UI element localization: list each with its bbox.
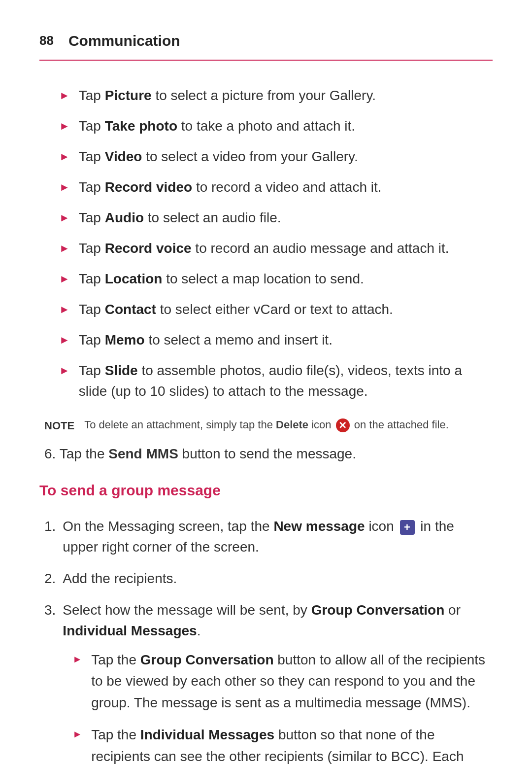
bullet-text-slide: Tap Slide to assemble photos, audio file… bbox=[79, 360, 493, 402]
bullet-text-video: Tap Video to select a video from your Ga… bbox=[79, 146, 358, 167]
attachment-options-list: ► Tap Picture to select a picture from y… bbox=[39, 85, 493, 402]
bullet-text-location: Tap Location to select a map location to… bbox=[79, 269, 364, 289]
list-item: ► Tap Record voice to record an audio me… bbox=[39, 238, 493, 259]
bullet-arrow-icon: ► bbox=[59, 87, 70, 104]
step-3: 3. Select how the message will be sent, … bbox=[39, 600, 493, 765]
sub-bullet-group-conversation: ► Tap the Group Conversation button to a… bbox=[72, 649, 493, 713]
bullet-arrow-icon: ► bbox=[59, 118, 70, 134]
step-6-num: 6. bbox=[44, 446, 60, 461]
bullet-arrow-icon: ► bbox=[59, 240, 70, 256]
list-item: ► Tap Memo to select a memo and insert i… bbox=[39, 330, 493, 350]
page-header: 88 Communication bbox=[39, 30, 493, 61]
list-item: ► Tap Take photo to take a photo and att… bbox=[39, 116, 493, 137]
sub-bullet-text-group: Tap the Group Conversation button to all… bbox=[91, 649, 493, 713]
bullet-text-take-photo: Tap Take photo to take a photo and attac… bbox=[79, 116, 355, 137]
group-message-steps: 1. On the Messaging screen, tap the New … bbox=[39, 516, 493, 765]
chapter-title: Communication bbox=[68, 30, 180, 52]
bullet-arrow-icon: ► bbox=[59, 271, 70, 287]
conversation-type-options: ► Tap the Group Conversation button to a… bbox=[72, 649, 493, 765]
bullet-arrow-icon: ► bbox=[59, 362, 70, 379]
section-heading-group-message: To send a group message bbox=[39, 479, 493, 501]
sub-bullet-arrow-icon: ► bbox=[72, 727, 82, 741]
bullet-text-memo: Tap Memo to select a memo and insert it. bbox=[79, 330, 332, 350]
list-item: ► Tap Contact to select either vCard or … bbox=[39, 299, 493, 320]
note-label: NOTE bbox=[44, 417, 74, 434]
list-item: ► Tap Picture to select a picture from y… bbox=[39, 85, 493, 106]
bullet-arrow-icon: ► bbox=[59, 209, 70, 226]
bullet-text-audio: Tap Audio to select an audio file. bbox=[79, 208, 281, 228]
note-delete-attachment: NOTE To delete an attachment, simply tap… bbox=[39, 417, 493, 434]
step-1: 1. On the Messaging screen, tap the New … bbox=[39, 516, 493, 557]
step-3-content: Select how the message will be sent, by … bbox=[63, 600, 493, 765]
step-2: 2. Add the recipients. bbox=[39, 568, 493, 589]
step-3-num: 3. bbox=[44, 600, 56, 621]
delete-icon: ✕ bbox=[336, 418, 350, 432]
step-6: 6. Tap the Send MMS button to send the m… bbox=[39, 444, 493, 464]
new-message-icon: + bbox=[400, 520, 415, 535]
list-item: ► Tap Record video to record a video and… bbox=[39, 177, 493, 198]
list-item: ► Tap Audio to select an audio file. bbox=[39, 208, 493, 228]
list-item: ► Tap Video to select a video from your … bbox=[39, 146, 493, 167]
bullet-arrow-icon: ► bbox=[59, 301, 70, 317]
step-1-content: On the Messaging screen, tap the New mes… bbox=[63, 516, 493, 557]
note-text: To delete an attachment, simply tap the … bbox=[84, 417, 449, 433]
sub-bullet-arrow-icon: ► bbox=[72, 652, 82, 666]
page-number: 88 bbox=[39, 31, 54, 50]
step-2-num: 2. bbox=[44, 568, 56, 589]
bullet-text-picture: Tap Picture to select a picture from you… bbox=[79, 85, 376, 106]
list-item: ► Tap Location to select a map location … bbox=[39, 269, 493, 289]
step-2-content: Add the recipients. bbox=[63, 568, 177, 589]
list-item: ► Tap Slide to assemble photos, audio fi… bbox=[39, 360, 493, 402]
page-container: 88 Communication ► Tap Picture to select… bbox=[0, 0, 532, 765]
bullet-arrow-icon: ► bbox=[59, 332, 70, 348]
bullet-arrow-icon: ► bbox=[59, 179, 70, 195]
sub-bullet-individual-messages: ► Tap the Individual Messages button so … bbox=[72, 724, 493, 765]
sub-bullet-text-individual: Tap the Individual Messages button so th… bbox=[91, 724, 493, 765]
bullet-text-record-video: Tap Record video to record a video and a… bbox=[79, 177, 382, 198]
bullet-text-contact: Tap Contact to select either vCard or te… bbox=[79, 299, 393, 320]
bullet-text-record-voice: Tap Record voice to record an audio mess… bbox=[79, 238, 449, 259]
bullet-arrow-icon: ► bbox=[59, 148, 70, 165]
step-1-num: 1. bbox=[44, 516, 56, 537]
